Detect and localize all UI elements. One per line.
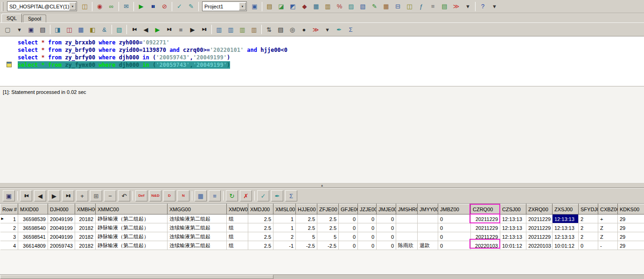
cell-rownum[interactable]: 1▶ (0, 215, 18, 223)
last-row-icon[interactable]: ▶▮ (62, 190, 74, 201)
collapse-arrow-icon[interactable]: ▴ (321, 183, 323, 187)
cell-ZFJE00[interactable]: 2.5 (317, 215, 339, 223)
save-icon[interactable]: ▣ (26, 24, 36, 35)
cell-CZRQ00[interactable]: 20211229 (471, 215, 500, 223)
datawindow-edit-icon[interactable]: ◨ (52, 24, 63, 35)
cell-ZXRQ00[interactable]: 20211229 (526, 215, 553, 223)
verify-icon[interactable]: ✓ (257, 190, 269, 201)
copy-results-icon[interactable]: ▥ (214, 24, 224, 35)
column-header-HJJE00[interactable]: HJJE00 (296, 204, 317, 215)
browser-icon[interactable]: ▦ (311, 1, 322, 12)
connection-dropdown[interactable]: SD_HOSPITAL@CLEY(1) ▼ (7, 1, 77, 11)
stop-icon[interactable]: ⊘ (159, 1, 170, 12)
cell-ZXSJ00[interactable]: 10:01:12 (553, 241, 579, 250)
snapshot-icon[interactable]: ▥ (249, 24, 259, 35)
column-header-XMDJ00[interactable]: XMDJ00 (248, 204, 273, 215)
cell-CXBZ00[interactable]: Z (598, 223, 618, 232)
sql-line[interactable]: select * from zy_brxxb0 where zyh000='09… (18, 39, 644, 46)
chevron-down-icon[interactable]: ▼ (69, 2, 76, 10)
cell-XMSL00[interactable]: 1 (273, 223, 296, 232)
cell-XMDJ00[interactable]: 2.5 (248, 223, 273, 232)
structure-icon[interactable]: ≡ (427, 1, 438, 12)
format-sql-icon[interactable]: ✎ (186, 1, 196, 12)
column-header-JMBZ00[interactable]: JMBZ00 (438, 204, 471, 215)
run-icon[interactable]: ▶ (136, 1, 147, 12)
cell-CZSJ00[interactable]: 10:01:12 (500, 241, 526, 250)
cell-ZXSJ00[interactable]: 12:13:13 (553, 215, 579, 223)
export-icon[interactable]: ▧ (114, 24, 125, 35)
cell-XMBH00[interactable]: 20182 (75, 241, 96, 250)
cell-XMSL00[interactable]: 1 (273, 215, 296, 223)
cell-JMJE00[interactable]: 0 (377, 241, 396, 250)
db-profile-icon[interactable]: ◫ (79, 1, 90, 12)
scrollbar-thumb[interactable] (0, 275, 273, 279)
column-header-DJH000[interactable]: DJH000 (48, 204, 75, 215)
cell-XMMC00[interactable]: 静脉输液（第二组起） (96, 215, 168, 223)
cell-JMYY00[interactable] (418, 223, 438, 232)
preview-icon[interactable]: ▤ (275, 24, 286, 35)
cell-HJJE00[interactable]: 5 (296, 232, 317, 241)
cell-JMSHR0[interactable] (396, 215, 418, 223)
cell-HJJE00[interactable]: 2.5 (296, 223, 317, 232)
column-header-CXBZ00[interactable]: CXBZ00 (598, 204, 618, 215)
column-header-KDKS00[interactable]: KDKS00 (618, 204, 644, 215)
continue-icon[interactable]: ≫ (310, 24, 321, 35)
column-header-JMSHR0[interactable]: JMSHR0 (396, 204, 418, 215)
cell-JZJE00[interactable]: 0 (358, 223, 377, 232)
column-header-ZXRQ00[interactable]: ZXRQ00 (526, 204, 553, 215)
filter-d-icon[interactable]: D (163, 190, 175, 201)
cell-KDKS00[interactable]: 29 (618, 223, 644, 232)
cell-rownum[interactable]: 2 (0, 223, 18, 232)
open-icon[interactable]: ▤ (264, 1, 275, 12)
column-header-ZFJE00[interactable]: ZFJE00 (317, 204, 339, 215)
inherit-icon[interactable]: ◪ (276, 1, 287, 12)
cell-rownum[interactable]: 4 (0, 241, 18, 250)
cell-XMDJ00[interactable]: 2.5 (248, 215, 273, 223)
mail-icon[interactable]: ✉ (121, 1, 132, 12)
project-dropdown[interactable]: Project1 ▼ (202, 1, 247, 11)
sum-grid-icon[interactable]: Σ (285, 190, 297, 201)
cell-JZJE00[interactable]: 0 (358, 232, 377, 241)
refresh-icon[interactable]: ↻ (226, 190, 238, 201)
column-header-CZRQ00[interactable]: CZRQ00 (471, 204, 500, 215)
append-row-icon[interactable]: ⊞ (90, 190, 102, 201)
import-icon[interactable]: ▥ (237, 24, 248, 35)
save-changes-icon[interactable]: ▣ (3, 190, 15, 201)
sql-editor[interactable]: select * from zy_brxxb0 where zyh000='09… (0, 36, 644, 86)
table-icon[interactable]: ▦ (381, 1, 392, 12)
toolbar-grip[interactable] (2, 2, 3, 11)
cell-HJJE00[interactable]: 2.5 (296, 215, 317, 223)
cell-SFYDJ0[interactable]: 2 (579, 223, 598, 232)
cell-CZSJ00[interactable]: 12:13:13 (500, 232, 526, 241)
column-header-JMYY00[interactable]: JMYY00 (418, 204, 438, 215)
cell-XMGG00[interactable]: 连续输液第二组起 (168, 232, 227, 241)
cell-XMGG00[interactable]: 连续输液第二组起 (168, 223, 227, 232)
cell-JMYY00[interactable]: 退款 (418, 241, 438, 250)
prior-icon[interactable]: ◀ (140, 24, 151, 35)
ampersand-icon[interactable]: & (99, 24, 110, 35)
next-error-icon[interactable]: ≫ (451, 1, 462, 12)
cell-XMGG00[interactable]: 连续输液第二组起 (168, 241, 227, 250)
cell-ZXRQ00[interactable]: 20211229 (526, 232, 553, 241)
cell-XMDJ00[interactable]: 2.5 (248, 241, 273, 250)
cell-ZXSJ00[interactable]: 12:13:13 (553, 223, 579, 232)
chevron-down-icon[interactable]: ▾ (322, 24, 333, 35)
column-header-XMBH00[interactable]: XMBH00 (75, 204, 96, 215)
cell-MXID00[interactable]: 36598541 (18, 232, 48, 241)
cell-SFYDJ0[interactable]: 2 (579, 215, 598, 223)
cell-JMBZ00[interactable]: 0 (438, 232, 471, 241)
column-header-ZXSJ00[interactable]: ZXSJ00 (553, 204, 579, 215)
column-header-rownum[interactable]: Row # (0, 204, 18, 215)
cell-HJJE00[interactable]: -2.5 (296, 241, 317, 250)
link-objects-icon[interactable]: ∞ (106, 1, 117, 12)
cell-GFJE00[interactable]: 0 (339, 241, 358, 250)
paste-icon[interactable]: ▥ (225, 24, 236, 35)
cell-DJH000[interactable]: 20049199 (48, 232, 75, 241)
cell-XMBH00[interactable]: 20182 (75, 232, 96, 241)
cell-JMJE00[interactable]: 0 (377, 232, 396, 241)
filter-n-icon[interactable]: N (177, 190, 189, 201)
cell-GFJE00[interactable]: 0 (339, 223, 358, 232)
new-icon[interactable]: ▢ (2, 24, 13, 35)
cell-DJH000[interactable]: 20059743 (48, 241, 75, 250)
layout-icon[interactable]: ▧ (357, 1, 368, 12)
